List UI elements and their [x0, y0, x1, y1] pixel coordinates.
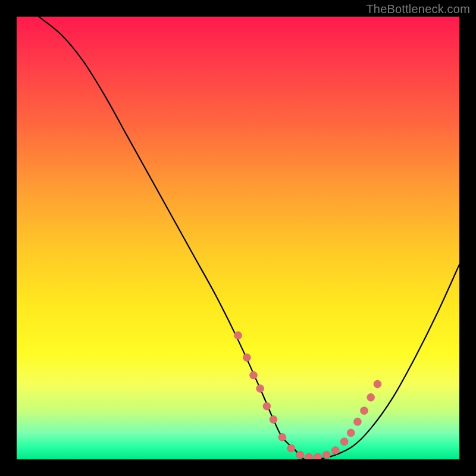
plot-area: [17, 17, 459, 459]
watermark-text: TheBottleneck.com: [366, 2, 470, 16]
marker-dot: [331, 447, 339, 455]
marker-dot: [367, 393, 375, 401]
marker-dot: [314, 453, 321, 459]
marker-dot: [361, 407, 368, 415]
marker-dot: [322, 451, 330, 459]
marker-dot: [374, 380, 381, 388]
marker-dot: [296, 451, 304, 459]
chart-stage: TheBottleneck.com: [0, 0, 476, 476]
marker-dot: [287, 444, 295, 452]
marker-dot: [353, 418, 361, 425]
bottleneck-curve: [39, 17, 459, 459]
chart-overlay: [17, 17, 459, 459]
marker-dot: [256, 385, 264, 393]
marker-dot: [278, 433, 286, 441]
marker-dot: [250, 371, 258, 379]
marker-dot: [270, 416, 277, 424]
marker-dot: [340, 438, 348, 446]
marker-dot: [305, 453, 313, 459]
marker-dot: [243, 353, 250, 361]
marker-dot: [263, 402, 271, 410]
marker-dot: [347, 429, 355, 437]
marker-dot: [234, 331, 242, 339]
